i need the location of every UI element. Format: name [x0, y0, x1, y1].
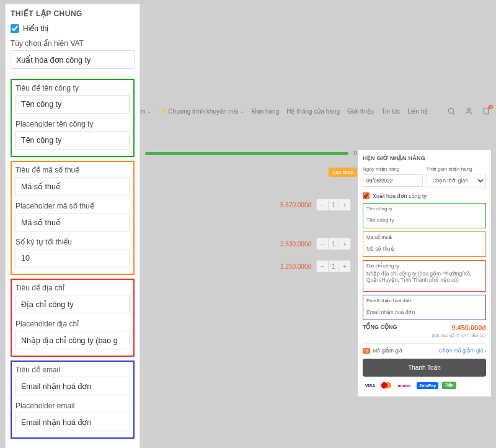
user-icon[interactable] [464, 106, 474, 116]
price-item-1: 5.670.000đ [280, 202, 311, 208]
address-placeholder-input[interactable] [16, 331, 130, 349]
checkout-address-group: Địa chỉ công ty [363, 260, 486, 292]
top-nav: ẩm ⌄ ⚡Chương trình khuyến mãi ⌄ Đơn hàng… [136, 102, 491, 120]
tax-min-label: Số ký tự tối thiểu [16, 238, 130, 246]
tax-title-label: Tiêu đề mã số thuế [16, 166, 130, 174]
address-placeholder-label: Placeholder địa chỉ [16, 320, 130, 328]
checkout-address-input[interactable] [366, 271, 482, 285]
company-placeholder-input[interactable] [16, 131, 130, 150]
nav-item-contact[interactable]: Liên hệ [407, 108, 428, 115]
tax-placeholder-label: Placeholder mã số thuế [16, 202, 130, 210]
cash-icon: Tiền [442, 382, 456, 389]
checkout-company-group: Tên công ty [363, 203, 486, 228]
zalopay-icon: ZaloPay [417, 382, 438, 389]
company-title-input[interactable] [16, 95, 130, 114]
nav-item-promo[interactable]: ⚡Chương trình khuyến mãi ⌄ [159, 108, 244, 115]
tax-field-group: Tiêu đề mã số thuế Placeholder mã số thu… [11, 161, 135, 275]
tax-min-input[interactable] [16, 249, 130, 267]
checkout-button[interactable]: Thanh Toán [363, 359, 486, 377]
checkout-address-label: Địa chỉ công ty [366, 263, 482, 269]
settings-title: THIẾT LẬP CHUNG [11, 9, 135, 18]
company-field-group: Tiêu đề tên công ty Placeholder tên công… [11, 79, 135, 157]
email-title-label: Tiêu đề email [16, 365, 130, 374]
choose-discount-link[interactable]: Chọn mã giảm giá › [439, 347, 486, 354]
checkout-email-input[interactable] [366, 308, 482, 316]
tax-title-input[interactable] [16, 177, 130, 195]
vat-toggle-input[interactable] [11, 50, 135, 69]
tax-placeholder-input[interactable] [16, 213, 130, 231]
cart-icon[interactable]: 0 [481, 106, 491, 116]
checkout-tax-input[interactable] [366, 244, 482, 253]
qty-stepper-1[interactable]: −1+ [316, 199, 351, 211]
checkout-panel: HẸN GIỜ NHẬN HÀNG Ngày nhận hàng Thời gi… [358, 150, 491, 396]
visa-icon: VISA [363, 382, 378, 389]
qty-stepper-3[interactable]: −1+ [316, 260, 351, 272]
address-title-label: Tiêu đề địa chỉ [16, 284, 130, 292]
vat-checkbox[interactable] [363, 192, 370, 199]
search-icon[interactable] [446, 106, 456, 116]
chevron-down-icon: ⌄ [147, 109, 151, 114]
address-field-group: Tiêu đề địa chỉ Placeholder địa chỉ [11, 279, 135, 357]
display-label: Hiển thị [23, 24, 48, 33]
email-title-input[interactable] [16, 377, 130, 395]
svg-point-2 [467, 108, 471, 111]
checkout-company-label: Tên công ty [366, 206, 482, 212]
cart-badge: 0 [489, 105, 493, 109]
mastercard-icon [381, 382, 391, 388]
svg-point-0 [448, 108, 453, 113]
checkout-company-input[interactable] [366, 216, 482, 225]
discount-label: Mã giảm giá [373, 347, 402, 354]
display-checkbox[interactable] [11, 24, 19, 33]
address-title-input[interactable] [16, 295, 130, 313]
checkout-tax-group: Mã số thuế [363, 231, 486, 257]
nav-item-orders[interactable]: Đơn hàng [252, 108, 279, 115]
price-item-2: 2.530.000đ [280, 241, 311, 248]
divider [363, 343, 486, 344]
total-label: TỔNG CỘNG [363, 324, 397, 330]
discount-icon: % [363, 348, 370, 354]
settings-panel: THIẾT LẬP CHUNG Hiển thị Tùy chọn ẩn hiệ… [5, 4, 140, 448]
time-label: Thời gian nhận hàng [427, 166, 487, 172]
vat-checkbox-label: Xuất hóa đơn công ty [373, 193, 427, 199]
chevron-right-icon: › [484, 348, 486, 354]
qty-stepper-2[interactable]: −1+ [316, 238, 351, 250]
price-item-3: 1.250.000đ [280, 263, 311, 270]
display-checkbox-row[interactable]: Hiển thị [11, 24, 135, 33]
copy-button[interactable]: Sao chép [329, 168, 357, 177]
momo-icon: momo [395, 382, 413, 389]
vat-checkbox-row[interactable]: Xuất hóa đơn công ty [363, 192, 486, 199]
company-placeholder-label: Placeholder tên công ty [16, 120, 130, 128]
date-input[interactable] [363, 174, 423, 187]
time-select[interactable]: Chọn thời gian [427, 174, 487, 187]
total-value: 9.450.000đ [451, 324, 486, 331]
email-placeholder-label: Placeholder email [16, 401, 130, 410]
vat-toggle-label: Tùy chọn ẩn hiện VAT [11, 39, 135, 48]
nav-item-stores[interactable]: Hệ thống cửa hàng [286, 108, 340, 115]
email-placeholder-input[interactable] [16, 413, 130, 431]
checkout-tax-label: Mã số thuế [366, 235, 482, 240]
date-label: Ngày nhận hàng [363, 166, 423, 172]
checkout-title: HẸN GIỜ NHẬN HÀNG [363, 155, 486, 161]
checkout-email-group: Email nhận hoá đơn [363, 295, 486, 320]
progress-bar: 100% [145, 152, 348, 155]
vat-note: (Đã bao gồm VAT nếu có) [363, 333, 486, 338]
company-title-label: Tiêu đề tên công ty [16, 84, 130, 92]
email-field-group: Tiêu đề email Placeholder email [11, 361, 135, 439]
payment-methods: VISA momo ZaloPay Tiền [363, 382, 486, 389]
svg-line-1 [453, 113, 455, 115]
chevron-down-icon: ⌄ [240, 109, 244, 114]
nav-item-news[interactable]: Tin tức [381, 108, 400, 115]
checkout-email-label: Email nhận hoá đơn [366, 298, 482, 303]
nav-item-about[interactable]: Giới thiệu [347, 108, 374, 115]
